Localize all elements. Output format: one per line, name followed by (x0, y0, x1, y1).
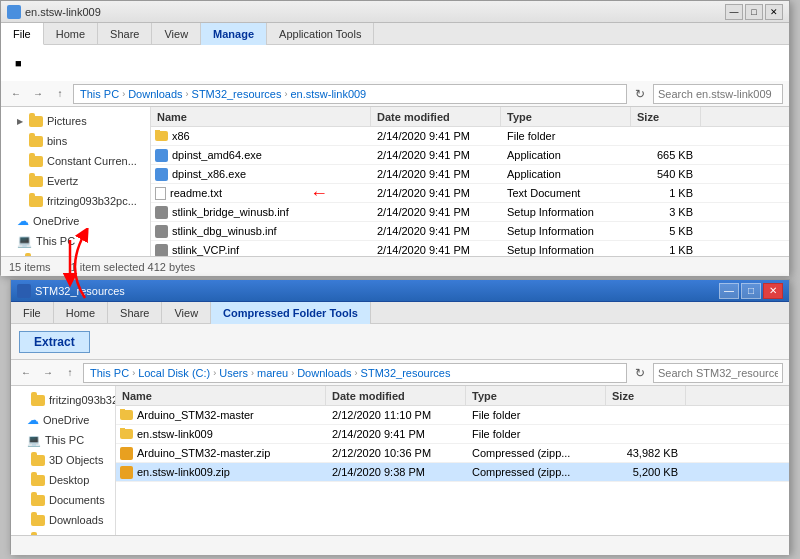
file-row[interactable]: stlink_VCP.inf 2/14/2020 9:41 PM Setup I… (151, 241, 789, 256)
sidebar-b-documents[interactable]: Documents (11, 490, 115, 510)
sidebar-b-3dobjects[interactable]: 3D Objects (11, 450, 115, 470)
file-row-b[interactable]: Arduino_STM32-master 2/12/2020 11:10 PM … (116, 406, 789, 425)
close-btn-bottom[interactable]: ✕ (763, 283, 783, 299)
folder-icon (29, 136, 43, 147)
sidebar-item-bins[interactable]: bins (1, 131, 150, 151)
txt-icon (155, 187, 166, 200)
tab-share-bottom[interactable]: Share (108, 302, 162, 324)
sidebar-b-music[interactable]: Music (11, 530, 115, 535)
file-row[interactable]: dpinst_amd64.exe 2/14/2020 9:41 PM Appli… (151, 146, 789, 165)
status-selected: 1 item selected 412 bytes (71, 261, 196, 273)
status-bar-bottom (11, 535, 789, 555)
tab-compressed-bottom[interactable]: Compressed Folder Tools (211, 302, 371, 324)
inf-icon (155, 225, 168, 238)
status-bar-top: 15 items 1 item selected 412 bytes (1, 256, 789, 276)
tab-view-top[interactable]: View (152, 23, 201, 45)
up-btn-bottom[interactable]: ↑ (61, 364, 79, 382)
folder-icon (25, 256, 39, 257)
file-row[interactable]: x86 2/14/2020 9:41 PM File folder (151, 127, 789, 146)
sidebar-b-fritzing[interactable]: fritzing093b32... (11, 390, 115, 410)
restore-btn-bottom[interactable]: □ (741, 283, 761, 299)
inf-icon (155, 206, 168, 219)
col-hdr-type[interactable]: Type (501, 107, 631, 126)
cloud-icon: ☁ (17, 214, 29, 228)
col-hdr-name[interactable]: Name (151, 107, 371, 126)
up-btn-top[interactable]: ↑ (51, 85, 69, 103)
sidebar-item-3dobjects[interactable]: 3D Objects (1, 251, 150, 256)
sidebar-b-onedrive[interactable]: ☁ OneDrive (11, 410, 115, 430)
sidebar-b-desktop[interactable]: Desktop (11, 470, 115, 490)
addr-stm32-b[interactable]: STM32_resources (361, 367, 451, 379)
minimize-btn-bottom[interactable]: — (719, 283, 739, 299)
close-btn-top[interactable]: ✕ (765, 4, 783, 20)
forward-btn-top[interactable]: → (29, 85, 47, 103)
sidebar-item-onedrive[interactable]: ☁ OneDrive (1, 211, 150, 231)
folder-icon (120, 429, 133, 439)
sidebar-b-thispc[interactable]: 💻 This PC (11, 430, 115, 450)
sidebar-item-thispc[interactable]: 💻 This PC (1, 231, 150, 251)
forward-btn-bottom[interactable]: → (39, 364, 57, 382)
file-row[interactable]: readme.txt 2/14/2020 9:41 PM Text Docume… (151, 184, 789, 203)
addr-local[interactable]: Local Disk (C:) (138, 367, 210, 379)
extract-button[interactable]: Extract (19, 331, 90, 353)
col-hdr-size[interactable]: Size (631, 107, 701, 126)
file-row[interactable]: stlink_bridge_winusb.inf 2/14/2020 9:41 … (151, 203, 789, 222)
refresh-btn-bottom[interactable]: ↻ (631, 364, 649, 382)
ribbon-tabs-bottom: File Home Share View Compressed Folder T… (11, 302, 789, 324)
ribbon-btn-placeholder[interactable]: ■ (9, 55, 28, 71)
addr-stm32[interactable]: STM32_resources (192, 88, 282, 100)
maximize-btn-top[interactable]: □ (745, 4, 763, 20)
addr-users[interactable]: Users (219, 367, 248, 379)
back-btn-top[interactable]: ← (7, 85, 25, 103)
addr-thispc[interactable]: This PC (80, 88, 119, 100)
address-bar-top: ← → ↑ This PC › Downloads › STM32_resour… (1, 81, 789, 107)
pc-icon: 💻 (27, 434, 41, 447)
addr-mareu[interactable]: mareu (257, 367, 288, 379)
addr-en[interactable]: en.stsw-link009 (290, 88, 366, 100)
file-row[interactable]: dpinst_x86.exe 2/14/2020 9:41 PM Applica… (151, 165, 789, 184)
col-hdr-date-b[interactable]: Date modified (326, 386, 466, 405)
file-row-b[interactable]: Arduino_STM32-master.zip 2/12/2020 10:36… (116, 444, 789, 463)
col-hdr-date[interactable]: Date modified (371, 107, 501, 126)
sidebar-b-downloads[interactable]: Downloads (11, 510, 115, 530)
sidebar-item-fritzing[interactable]: fritzing093b32pc... (1, 191, 150, 211)
folder-icon (31, 395, 45, 406)
addr-dl[interactable]: Downloads (297, 367, 351, 379)
folder-icon (31, 475, 45, 486)
search-input-bottom[interactable] (653, 363, 783, 383)
zip-icon (120, 466, 133, 479)
file-row-b[interactable]: en.stsw-link009 2/14/2020 9:41 PM File f… (116, 425, 789, 444)
file-row-b-selected[interactable]: en.stsw-link009.zip 2/14/2020 9:38 PM Co… (116, 463, 789, 482)
window-top: en.stsw-link009 — □ ✕ File Home Share Vi… (0, 0, 790, 275)
addr-thispc-b[interactable]: This PC (90, 367, 129, 379)
back-btn-bottom[interactable]: ← (17, 364, 35, 382)
tab-share-top[interactable]: Share (98, 23, 152, 45)
folder-icon (31, 455, 45, 466)
folder-icon (29, 116, 43, 127)
tab-file-bottom[interactable]: File (11, 302, 54, 324)
tab-file-top[interactable]: File (1, 23, 44, 45)
tab-view-bottom[interactable]: View (162, 302, 211, 324)
addr-downloads[interactable]: Downloads (128, 88, 182, 100)
folder-icon (120, 410, 133, 420)
zip-icon (120, 447, 133, 460)
search-input-top[interactable] (653, 84, 783, 104)
address-path-bottom[interactable]: This PC › Local Disk (C:) › Users › mare… (83, 363, 627, 383)
col-hdr-size-b[interactable]: Size (606, 386, 686, 405)
tab-home-top[interactable]: Home (44, 23, 98, 45)
exe-icon (155, 168, 168, 181)
col-hdr-type-b[interactable]: Type (466, 386, 606, 405)
sidebar-item-pictures[interactable]: ▶ Pictures (1, 111, 150, 131)
tab-apptools-top[interactable]: Application Tools (267, 23, 374, 45)
col-hdr-name-b[interactable]: Name (116, 386, 326, 405)
refresh-btn-top[interactable]: ↻ (631, 85, 649, 103)
folder-icon (155, 131, 168, 141)
tab-manage-top[interactable]: Manage (201, 23, 267, 45)
file-list-top: Name Date modified Type Size x86 2/14/20… (151, 107, 789, 256)
minimize-btn-top[interactable]: — (725, 4, 743, 20)
sidebar-item-evertz[interactable]: Evertz (1, 171, 150, 191)
file-row[interactable]: stlink_dbg_winusb.inf 2/14/2020 9:41 PM … (151, 222, 789, 241)
tab-home-bottom[interactable]: Home (54, 302, 108, 324)
sidebar-item-constantcurr[interactable]: Constant Curren... (1, 151, 150, 171)
address-path-top[interactable]: This PC › Downloads › STM32_resources › … (73, 84, 627, 104)
